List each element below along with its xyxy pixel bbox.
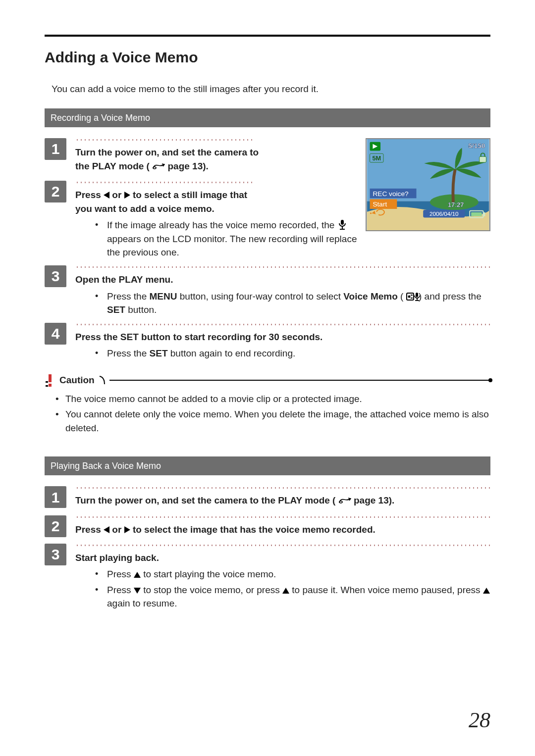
step-sub-item: Press the MENU button, using four-way co… xyxy=(75,290,490,317)
microphone-icon xyxy=(337,219,347,230)
caution-icon xyxy=(45,373,55,387)
recording-steps-top: 5/150 5M REC voice? Start xyxy=(45,138,490,261)
divider-dots xyxy=(75,266,490,268)
step-sub-item: Press to start playing the voice memo. xyxy=(75,567,490,581)
page-title: Adding a Voice Memo xyxy=(45,47,490,68)
lcd-date: 2006/04/10 xyxy=(429,210,459,217)
divider-dots xyxy=(75,487,490,489)
svg-point-10 xyxy=(370,212,372,214)
section-playback-header: Playing Back a Voice Memo xyxy=(45,456,490,475)
step-number: 1 xyxy=(45,486,66,508)
voice-memo-icon xyxy=(406,292,416,302)
svg-rect-6 xyxy=(480,156,486,162)
step-lead: Press the SET button to start recording … xyxy=(75,330,490,344)
top-rule xyxy=(45,35,490,37)
svg-rect-23 xyxy=(416,293,418,297)
reference-icon xyxy=(338,495,351,508)
svg-rect-22 xyxy=(411,298,413,299)
caution-header: Caution xyxy=(45,373,490,387)
play-step-2: 2 Press or to select the image that has … xyxy=(45,515,490,540)
svg-rect-16 xyxy=(341,220,344,225)
svg-rect-21 xyxy=(411,295,413,296)
caution-curve xyxy=(99,375,106,385)
svg-rect-14 xyxy=(471,212,482,216)
svg-rect-28 xyxy=(46,381,48,383)
play-step-3: 3 Start playing back. Press to start pla… xyxy=(45,544,490,612)
up-arrow-icon xyxy=(282,588,289,594)
manual-page: Adding a Voice Memo You can add a voice … xyxy=(0,0,535,756)
reference-icon xyxy=(152,160,165,174)
svg-point-20 xyxy=(408,295,410,298)
lcd-start: Start xyxy=(373,201,387,208)
caution-line xyxy=(109,380,490,381)
step-lead: Start playing back. xyxy=(75,551,490,565)
svg-rect-13 xyxy=(483,212,485,216)
caution-item: The voice memo cannot be added to a movi… xyxy=(45,392,490,406)
step-sub-item: Press the SET button again to end record… xyxy=(75,347,490,360)
page-number: 28 xyxy=(469,705,490,736)
left-arrow-icon xyxy=(104,526,109,533)
lcd-counter: 5/150 xyxy=(468,142,485,150)
right-arrow-icon xyxy=(124,192,130,199)
svg-rect-27 xyxy=(49,384,52,387)
rec-step-3: 3 Open the PLAY menu. Press the MENU but… xyxy=(45,265,490,319)
step-number: 2 xyxy=(45,181,66,202)
lcd-time: 17:27 xyxy=(448,201,464,208)
step-sub-item: Press to stop the voice memo, or press t… xyxy=(75,583,490,610)
caution-list: The voice memo cannot be added to a movi… xyxy=(45,392,490,435)
step-lead: Turn the power on, and set the camera to… xyxy=(75,146,362,174)
divider-dots xyxy=(75,139,253,141)
divider-dots xyxy=(75,182,253,183)
step-sub-item: If the image already has the voice memo … xyxy=(75,218,362,259)
section-recording-header: Recording a Voice Memo xyxy=(45,108,490,127)
step-lead: Press or to select a still image that yo… xyxy=(75,188,362,215)
lcd-preview: 5/150 5M REC voice? Start xyxy=(366,138,490,231)
divider-dots xyxy=(75,516,490,518)
rec-step-4: 4 Press the SET button to start recordin… xyxy=(45,323,490,362)
caution-item: You cannot delete only the voice memo. W… xyxy=(45,407,490,435)
up-arrow-icon xyxy=(134,572,141,578)
step-lead: Open the PLAY menu. xyxy=(75,273,490,287)
step-number: 1 xyxy=(45,138,66,160)
intro-text: You can add a voice memo to the still im… xyxy=(52,82,490,96)
down-arrow-icon xyxy=(134,588,141,594)
step-lead: Turn the power on, and set the camera to… xyxy=(75,494,490,508)
play-step-1: 1 Turn the power on, and set the camera … xyxy=(45,486,490,511)
divider-dots xyxy=(75,545,490,546)
svg-rect-29 xyxy=(46,385,48,387)
step-number: 2 xyxy=(45,515,66,537)
step-number: 3 xyxy=(45,265,66,287)
left-arrow-icon xyxy=(104,192,109,199)
svg-rect-26 xyxy=(49,374,52,382)
step-number: 3 xyxy=(45,544,66,565)
caution-label: Caution xyxy=(59,373,95,387)
divider-dots xyxy=(75,324,490,325)
step-lead: Press or to select the image that has th… xyxy=(75,523,490,537)
right-arrow-icon xyxy=(124,526,130,533)
up-arrow-icon xyxy=(483,588,490,594)
step-number: 4 xyxy=(45,323,66,345)
lcd-resolution: 5M xyxy=(372,154,381,162)
lcd-prompt: REC voice? xyxy=(373,190,409,198)
